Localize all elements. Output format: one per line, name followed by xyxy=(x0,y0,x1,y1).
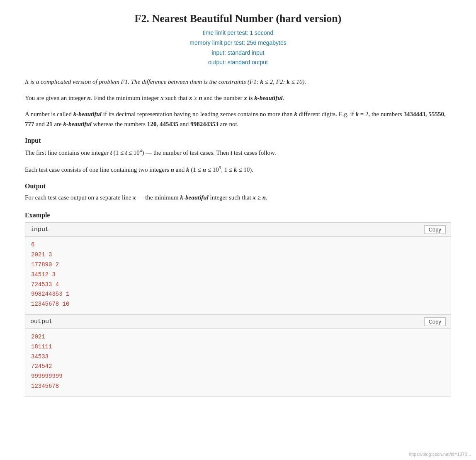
problem-statement-2: A number is called k-beautiful if its de… xyxy=(25,109,451,130)
output-text: For each test case output on a separate … xyxy=(25,192,451,203)
output-copy-button[interactable]: Copy xyxy=(424,317,446,326)
input-type: input: standard input xyxy=(25,48,451,58)
output-line-3: 724542 xyxy=(31,362,445,372)
input-line-0: 6 xyxy=(31,240,445,250)
output-example-body: 2021 181111 34533 724542 999999999 12345… xyxy=(25,329,451,397)
output-line-1: 181111 xyxy=(31,342,445,352)
input-example-body: 6 2021 3 177890 2 34512 3 724533 4 99824… xyxy=(25,237,451,314)
input-line-5: 998244353 1 xyxy=(31,290,445,299)
input-text-2: Each test case consists of one line cont… xyxy=(25,164,451,175)
example-heading: Example xyxy=(25,212,451,219)
memory-limit: memory limit per test: 256 megabytes xyxy=(25,38,451,48)
problem-statement-1: You are given an integer n. Find the min… xyxy=(25,93,451,103)
meta-info: time limit per test: 1 second memory lim… xyxy=(25,28,451,68)
italic-note: It is a complicated version of problem F… xyxy=(25,77,451,87)
output-heading: Output xyxy=(25,183,451,190)
input-copy-button[interactable]: Copy xyxy=(424,225,446,234)
input-text-1: The first line contains one integer t (1… xyxy=(25,147,451,158)
input-line-2: 177890 2 xyxy=(31,260,445,270)
input-line-4: 724533 4 xyxy=(31,280,445,290)
output-line-5: 12345678 xyxy=(31,382,445,392)
output-line-0: 2021 xyxy=(31,332,445,342)
output-label: output xyxy=(30,318,53,325)
output-example-header: output Copy xyxy=(25,315,451,329)
input-example-header: input Copy xyxy=(25,223,451,237)
page-title: F2. Nearest Beautiful Number (hard versi… xyxy=(25,12,451,25)
output-line-4: 999999999 xyxy=(31,372,445,382)
input-line-1: 2021 3 xyxy=(31,250,445,260)
input-example-block: input Copy 6 2021 3 177890 2 34512 3 724… xyxy=(25,222,451,315)
time-limit: time limit per test: 1 second xyxy=(25,28,451,38)
input-label: input xyxy=(30,226,49,233)
input-heading: Input xyxy=(25,137,451,144)
input-line-3: 34512 3 xyxy=(31,270,445,280)
output-line-2: 34533 xyxy=(31,352,445,362)
output-example-block: output Copy 2021 181111 34533 724542 999… xyxy=(25,315,451,397)
output-type: output: standard output xyxy=(25,58,451,68)
input-line-6: 12345678 10 xyxy=(31,299,445,309)
